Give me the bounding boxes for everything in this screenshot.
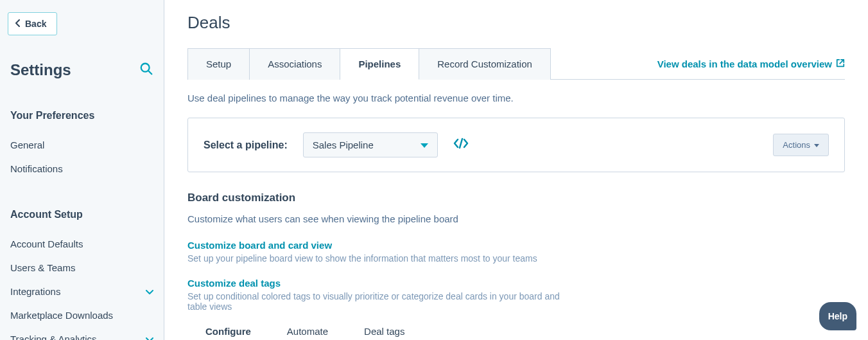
sidebar-item-users-teams[interactable]: Users & Teams — [10, 256, 153, 280]
sidebar-item-label: Users & Teams — [10, 262, 75, 273]
tab-associations[interactable]: Associations — [250, 48, 340, 80]
pipeline-selector-left: Select a pipeline: Sales Pipeline — [204, 132, 469, 157]
section-heading-preferences: Your Preferences — [10, 110, 153, 121]
main-content: Deals Setup Associations Pipelines Recor… — [164, 0, 868, 340]
sidebar: Back Settings Your Preferences General N… — [0, 0, 164, 340]
svg-line-1 — [148, 71, 152, 74]
back-button[interactable]: Back — [8, 12, 57, 35]
sidebar-item-label: Notifications — [10, 163, 63, 174]
page-description: Use deal pipelines to manage the way you… — [187, 93, 845, 103]
pipeline-dropdown[interactable]: Sales Pipeline — [303, 132, 438, 157]
sidebar-item-label: Account Defaults — [10, 238, 83, 249]
subtab-configure[interactable]: Configure — [205, 326, 251, 340]
settings-title: Settings — [10, 61, 71, 79]
subtab-automate[interactable]: Automate — [287, 326, 328, 340]
sidebar-item-general[interactable]: General — [10, 133, 153, 157]
sidebar-item-integrations[interactable]: Integrations — [10, 280, 153, 303]
section-heading-account-setup: Account Setup — [10, 209, 153, 220]
chevron-down-icon — [146, 286, 153, 297]
tabs-row: Setup Associations Pipelines Record Cust… — [187, 48, 845, 80]
actions-button[interactable]: Actions — [773, 134, 829, 156]
chevron-down-icon — [146, 334, 153, 340]
pipeline-selector-panel: Select a pipeline: Sales Pipeline Action… — [187, 118, 845, 172]
actions-label: Actions — [783, 140, 810, 150]
caret-down-icon — [421, 139, 428, 150]
sidebar-item-notifications[interactable]: Notifications — [10, 157, 153, 181]
tab-record-customization[interactable]: Record Customization — [419, 48, 551, 80]
board-customization-heading: Board customization — [187, 192, 845, 204]
select-pipeline-label: Select a pipeline: — [204, 139, 288, 151]
customize-board-desc: Set up your pipeline board view to show … — [187, 253, 573, 264]
settings-header: Settings — [10, 61, 153, 79]
sidebar-item-tracking-analytics[interactable]: Tracking & Analytics — [10, 327, 153, 340]
sidebar-item-label: Marketplace Downloads — [10, 310, 113, 321]
search-icon[interactable] — [139, 62, 153, 78]
help-button[interactable]: Help — [819, 302, 856, 330]
subtab-deal-tags[interactable]: Deal tags — [364, 326, 404, 340]
external-link-icon — [836, 58, 845, 69]
customize-board-link[interactable]: Customize board and card view — [187, 240, 332, 251]
sidebar-item-label: General — [10, 139, 44, 150]
sidebar-item-label: Tracking & Analytics — [10, 334, 97, 340]
view-data-model-overview-link[interactable]: View deals in the data model overview — [657, 58, 845, 69]
dropdown-value: Sales Pipeline — [313, 139, 374, 150]
customize-deal-tags-desc: Set up conditional colored tags to visua… — [187, 291, 573, 312]
code-icon[interactable] — [453, 138, 469, 152]
chevron-left-icon — [15, 19, 21, 29]
customize-deal-tags-link[interactable]: Customize deal tags — [187, 278, 281, 289]
tab-setup[interactable]: Setup — [187, 48, 250, 80]
subtabs: Configure Automate Deal tags — [187, 326, 845, 340]
sidebar-item-marketplace-downloads[interactable]: Marketplace Downloads — [10, 303, 153, 327]
page-title: Deals — [187, 13, 845, 33]
back-label: Back — [25, 19, 46, 29]
link-label: View deals in the data model overview — [657, 58, 832, 69]
tabs: Setup Associations Pipelines Record Cust… — [187, 48, 551, 79]
sidebar-item-account-defaults[interactable]: Account Defaults — [10, 232, 153, 256]
board-customization-subtext: Customize what users can see when viewin… — [187, 213, 845, 224]
sidebar-item-label: Integrations — [10, 286, 60, 297]
tab-pipelines[interactable]: Pipelines — [340, 48, 419, 80]
caret-down-icon — [814, 140, 819, 150]
